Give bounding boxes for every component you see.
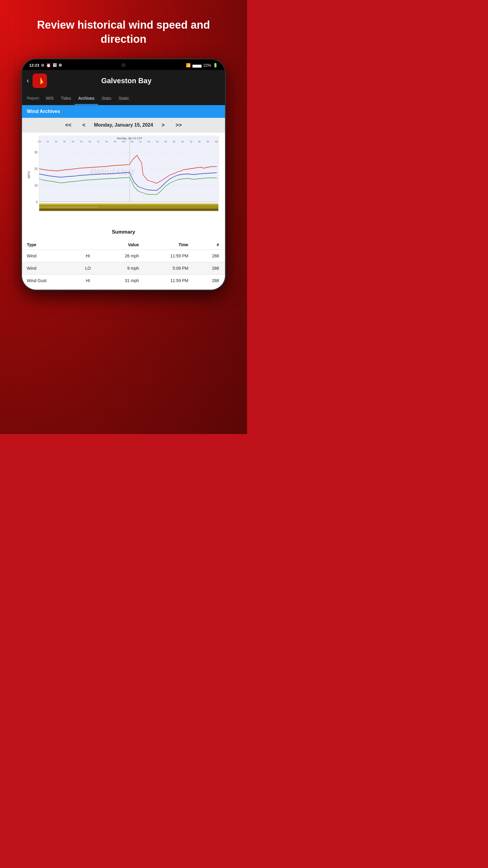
alarm-icon: ⏰ [46, 63, 51, 67]
svg-text:8p: 8p [198, 141, 201, 143]
row0-subtype: HI [74, 250, 101, 262]
wifi-icon: 📶 [186, 63, 191, 67]
next-btn[interactable]: > [159, 122, 167, 128]
svg-rect-48 [39, 204, 218, 205]
table-header-row: Type Value Time # [22, 240, 225, 250]
page-background: Review historical wind speed and directi… [0, 0, 247, 434]
phone-frame: 12:23 ⊙ ⏰ 🖼 ⚙ 📶 ▅▅▅ 22% 🔋 ‹ Galveston Ba… [21, 59, 226, 290]
row2-count: 288 [193, 274, 225, 287]
image-icon: 🖼 [53, 63, 57, 67]
nav-tabs: Report: IWS Tides Archives Stats Static [22, 92, 225, 105]
col-type: Type [22, 240, 74, 250]
tab-archives[interactable]: Archives [75, 92, 98, 105]
svg-text:Monday, Jan 15 CST: Monday, Jan 15 CST [117, 137, 142, 140]
row1-subtype: LO [74, 262, 101, 274]
tab-tides[interactable]: Tides [57, 92, 75, 105]
next-next-btn[interactable]: >> [173, 122, 184, 128]
svg-text:12p: 12p [130, 141, 134, 143]
svg-text:7p: 7p [190, 141, 192, 143]
signal-icon: ▅▅▅ [193, 63, 201, 67]
table-row: Wind LO 9 mph 5:09 PM 288 [22, 262, 225, 274]
status-right: 📶 ▅▅▅ 22% 🔋 [186, 63, 218, 67]
table-row: Wind Gust HI 31 mph 11:59 PM 288 [22, 274, 225, 287]
svg-text:6p: 6p [181, 141, 184, 143]
chart-svg-wrap: 0 10 20 30 MPH Monday, Jan 15 CST 12a 1a… [22, 135, 225, 221]
svg-text:7a: 7a [97, 141, 99, 143]
svg-text:10: 10 [34, 184, 38, 187]
prev-prev-btn[interactable]: << [63, 122, 74, 128]
svg-text:10p: 10p [215, 141, 218, 143]
row1-value: 9 mph [101, 262, 144, 274]
svg-text:10a: 10a [122, 141, 125, 143]
tab-static[interactable]: Static [115, 92, 133, 105]
status-time: 12:23 [29, 63, 39, 67]
col-count: # [193, 240, 225, 250]
row0-type: Wind [22, 250, 74, 262]
row1-time: 5:09 PM [144, 262, 193, 274]
svg-text:MPH: MPH [27, 171, 31, 179]
date-nav: << < Monday, January 15, 2024 > >> [22, 118, 225, 133]
section-header: Wind Archives [22, 105, 225, 118]
row0-time: 11:59 PM [144, 250, 193, 262]
summary-section: Summary Type Value Time # Wind HI 26 [22, 224, 225, 290]
prev-btn[interactable]: < [80, 122, 88, 128]
row0-count: 288 [193, 250, 225, 262]
row1-type: Wind [22, 262, 74, 274]
col-value: Value [101, 240, 144, 250]
svg-text:4p: 4p [164, 141, 167, 143]
svg-text:9a: 9a [114, 141, 116, 143]
app-title: Galveston Bay [51, 76, 202, 85]
svg-text:5a: 5a [80, 141, 83, 143]
nav-label: Report: [24, 92, 42, 104]
svg-text:2a: 2a [55, 141, 57, 143]
svg-text:3p: 3p [156, 141, 158, 143]
page-header-text: Review historical wind speed and directi… [0, 0, 247, 59]
svg-text:4a: 4a [72, 141, 74, 143]
row2-type: Wind Gust [22, 274, 74, 287]
svg-text:3a: 3a [63, 141, 66, 143]
status-bar: 12:23 ⊙ ⏰ 🖼 ⚙ 📶 ▅▅▅ 22% 🔋 [22, 59, 225, 70]
summary-title: Summary [22, 224, 225, 240]
app-logo-arrow [37, 77, 43, 84]
current-date: Monday, January 15, 2024 [94, 122, 153, 128]
svg-text:1a: 1a [46, 141, 49, 143]
svg-text:9p: 9p [207, 141, 209, 143]
back-button[interactable]: ‹ [27, 77, 29, 85]
app-header: ‹ Galveston Bay [22, 70, 225, 92]
battery-status: 22% [203, 63, 211, 67]
svg-text:30: 30 [34, 151, 38, 154]
app-logo [33, 73, 47, 88]
tab-iws[interactable]: IWS [42, 92, 57, 105]
svg-rect-49 [39, 209, 218, 211]
svg-text:5p: 5p [173, 141, 175, 143]
row2-value: 31 mph [101, 274, 144, 287]
svg-text:↑↑↑↑↑↑↑↑↑↑↑↑↑↑↑↑↑↑↑↑↑↑↑↑↑↑↑↑↑↑: ↑↑↑↑↑↑↑↑↑↑↑↑↑↑↑↑↑↑↑↑↑↑↑↑↑↑↑↑↑↑↑↑↑↑↑↑↑↑↑↑… [25, 206, 98, 209]
svg-text:6a: 6a [89, 141, 91, 143]
col-time: Time [144, 240, 193, 250]
row0-value: 26 mph [101, 250, 144, 262]
chart-container: 0 10 20 30 MPH Monday, Jan 15 CST 12a 1a… [22, 133, 225, 224]
svg-text:0: 0 [36, 200, 38, 204]
svg-text:20: 20 [34, 167, 38, 170]
wind-chart: 0 10 20 30 MPH Monday, Jan 15 CST 12a 1a… [25, 135, 222, 220]
table-row: Wind HI 26 mph 11:59 PM 288 [22, 250, 225, 262]
svg-text:4WindAlert: 4WindAlert [89, 167, 134, 177]
row1-count: 288 [193, 262, 225, 274]
svg-text:2p: 2p [148, 141, 150, 143]
status-left: 12:23 ⊙ ⏰ 🖼 ⚙ [29, 63, 62, 67]
svg-text:1p: 1p [139, 141, 141, 143]
row2-time: 11:59 PM [144, 274, 193, 287]
svg-text:12a: 12a [37, 141, 41, 143]
col-subtype [74, 240, 101, 250]
svg-text:8a: 8a [105, 141, 108, 143]
battery-icon: 🔋 [213, 63, 218, 67]
tab-stats[interactable]: Stats [98, 92, 115, 105]
row2-subtype: HI [74, 274, 101, 287]
camera-notch [121, 63, 126, 67]
summary-table: Type Value Time # Wind HI 26 mph 11:59 P… [22, 240, 225, 287]
nav-icon: ⊙ [41, 63, 44, 67]
settings-icon: ⚙ [59, 63, 62, 67]
